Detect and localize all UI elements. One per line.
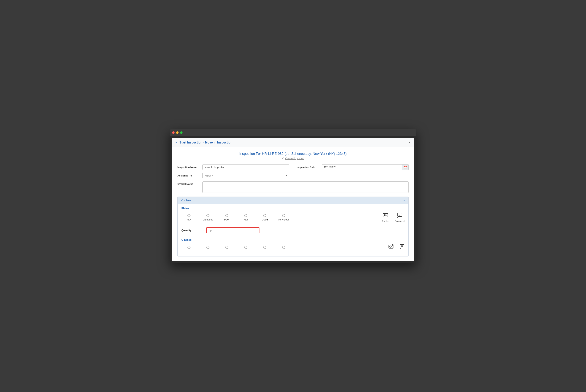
glasses-na-radio[interactable] xyxy=(187,246,190,249)
plates-quantity-label: Quantity xyxy=(181,229,204,232)
plates-good-radio[interactable] xyxy=(263,214,266,217)
photos-icon xyxy=(383,212,388,219)
svg-rect-4 xyxy=(398,213,402,216)
inspection-date-row: Inspection Date 📅 xyxy=(297,164,409,170)
plates-fair-option: Fair xyxy=(238,214,253,221)
list-icon: ≡ xyxy=(175,140,178,144)
overall-notes-label: Overall Notes xyxy=(177,182,200,186)
glasses-na-option xyxy=(181,246,196,249)
plates-damaged-option: Damaged xyxy=(200,214,215,221)
glasses-comment-icon xyxy=(399,244,405,250)
date-wrapper: 📅 xyxy=(322,164,409,170)
glasses-damaged-radio[interactable] xyxy=(206,246,209,249)
glasses-very-good-radio[interactable] xyxy=(282,246,285,249)
assigned-to-row: Assigned To Rahul K Other ▼ xyxy=(177,173,289,178)
plates-na-label: N/A xyxy=(187,218,191,221)
calendar-icon[interactable]: 📅 xyxy=(402,164,409,170)
glasses-very-good-option xyxy=(276,246,291,249)
glasses-photos-button[interactable] xyxy=(388,244,394,250)
plates-condition-row: N/A Damaged Poor xyxy=(181,212,405,222)
plates-na-option: N/A xyxy=(181,214,196,221)
glasses-poor-option xyxy=(219,246,234,249)
kitchen-section-title: Kitchen xyxy=(181,199,191,202)
plates-good-label: Good xyxy=(262,218,268,221)
window-chrome: ≡ Start Inspection - Move In Inspection … xyxy=(170,129,416,263)
plates-action-icons: Photos xyxy=(382,212,405,222)
modal-close-button[interactable]: × xyxy=(408,141,411,144)
plates-photos-label: Photos xyxy=(382,220,389,222)
form-fields-grid: Inspection Name Inspection Date 📅 Assign… xyxy=(177,164,409,178)
assigned-to-label: Assigned To xyxy=(177,174,200,177)
assigned-to-select-wrapper: Rahul K Other ▼ xyxy=(202,173,289,178)
inspection-name-label: Inspection Name xyxy=(177,166,200,168)
plates-very-good-radio[interactable] xyxy=(282,214,285,217)
glasses-good-radio[interactable] xyxy=(263,246,266,249)
inspection-date-input[interactable] xyxy=(322,164,409,170)
plates-photos-button[interactable]: Photos xyxy=(382,212,389,222)
glasses-fair-option xyxy=(238,246,253,249)
glasses-good-option xyxy=(257,246,272,249)
maximize-window-button[interactable] xyxy=(180,131,182,134)
kitchen-section: Kitchen ▲ Plates N/A xyxy=(177,196,409,256)
glasses-subsection: Glasses xyxy=(181,238,405,250)
inspection-heading: Inspection For HR-LI-RE-982 (ee, Schenec… xyxy=(177,152,409,156)
chevron-up-icon: ▲ xyxy=(403,199,405,202)
plates-comment-label: Comment xyxy=(395,220,405,222)
modal-title: Start Inspection - Move In Inspection xyxy=(179,141,232,144)
glasses-title: Glasses xyxy=(181,238,405,241)
inspection-title: Inspection For HR-LI-RE-982 (ee, Schenec… xyxy=(177,152,409,156)
plates-glasses-divider xyxy=(181,236,405,236)
plates-subsection: Plates N/A Damaged xyxy=(181,207,405,234)
plates-very-good-option: Very Good xyxy=(276,214,291,221)
plates-fair-radio[interactable] xyxy=(244,214,247,217)
close-window-button[interactable] xyxy=(172,131,174,134)
modal-body: Inspection For HR-LI-RE-982 (ee, Schenec… xyxy=(172,147,414,261)
glasses-condition-row xyxy=(181,244,405,250)
glasses-fair-radio[interactable] xyxy=(244,246,247,249)
svg-rect-12 xyxy=(400,244,404,248)
plates-poor-label: Poor xyxy=(224,218,229,221)
overall-notes-row: Overall Notes xyxy=(177,182,409,193)
plates-quantity-row: Quantity ☞ xyxy=(181,225,405,234)
comment-icon xyxy=(397,212,402,219)
plates-damaged-label: Damaged xyxy=(203,218,213,221)
glasses-photos-icon xyxy=(388,244,394,250)
inspection-name-input[interactable] xyxy=(202,164,289,170)
assigned-to-select[interactable]: Rahul K Other xyxy=(202,173,289,178)
plates-poor-option: Poor xyxy=(219,214,234,221)
glasses-action-icons xyxy=(388,244,405,250)
plates-na-radio[interactable] xyxy=(187,214,190,217)
plates-quantity-input[interactable] xyxy=(206,227,259,233)
plates-poor-radio[interactable] xyxy=(225,214,228,217)
plates-comment-button[interactable]: Comment xyxy=(395,212,405,222)
kitchen-section-header[interactable]: Kitchen ▲ xyxy=(178,197,408,204)
created-updated-link[interactable]: Created/Updated xyxy=(285,157,304,160)
glasses-poor-radio[interactable] xyxy=(225,246,228,249)
plates-damaged-radio[interactable] xyxy=(206,214,209,217)
plates-very-good-label: Very Good xyxy=(278,218,289,221)
plates-title: Plates xyxy=(181,207,405,210)
plates-quantity-wrapper: ☞ xyxy=(206,227,259,233)
overall-notes-textarea[interactable] xyxy=(202,182,409,193)
titlebar xyxy=(170,129,416,136)
plates-good-option: Good xyxy=(257,214,272,221)
kitchen-section-body: Plates N/A Damaged xyxy=(178,204,408,256)
inspection-name-row: Inspection Name xyxy=(177,164,289,170)
glasses-damaged-option xyxy=(200,246,215,249)
modal-header: ≡ Start Inspection - Move In Inspection … xyxy=(172,138,414,147)
clock-icon: ⏱ xyxy=(282,157,284,160)
plates-fair-label: Fair xyxy=(244,218,248,221)
created-updated-row: ⏱ Created/Updated xyxy=(177,157,409,160)
modal-dialog: ≡ Start Inspection - Move In Inspection … xyxy=(172,138,414,261)
minimize-window-button[interactable] xyxy=(176,131,178,134)
glasses-comment-button[interactable] xyxy=(399,244,405,250)
modal-header-left: ≡ Start Inspection - Move In Inspection xyxy=(175,140,232,144)
inspection-date-label: Inspection Date xyxy=(297,166,320,168)
